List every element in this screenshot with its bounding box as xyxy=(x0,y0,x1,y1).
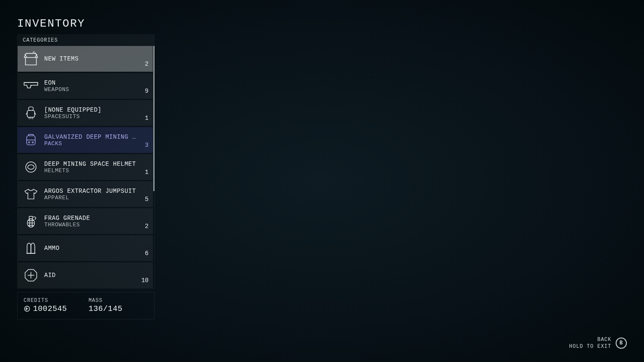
svg-rect-2 xyxy=(27,110,35,117)
category-count: 9 xyxy=(143,88,149,94)
category-sublabel: PACKS xyxy=(44,140,138,147)
back-label: BACK xyxy=(597,336,611,343)
category-weapons[interactable]: EON WEAPONS 9 xyxy=(18,73,153,99)
category-count: 2 xyxy=(143,223,149,230)
category-count: 1 xyxy=(143,115,149,122)
svg-point-11 xyxy=(32,142,33,143)
svg-point-12 xyxy=(26,162,36,172)
category-count: 3 xyxy=(143,142,149,149)
page-title: INVENTORY xyxy=(17,17,627,30)
category-count: 1 xyxy=(143,169,149,176)
category-sublabel: HELMETS xyxy=(44,167,138,174)
credits-label: CREDITS xyxy=(24,298,67,304)
credits-value: 1002545 xyxy=(33,304,67,313)
category-label: NEW ITEMS xyxy=(44,55,138,62)
category-sublabel: THROWABLES xyxy=(44,222,138,228)
category-label: ARGOS EXTRACTOR JUMPSUIT xyxy=(44,188,138,195)
backpack-icon xyxy=(22,131,40,149)
svg-point-10 xyxy=(28,142,30,143)
category-sublabel: WEAPONS xyxy=(44,86,138,93)
medical-cross-icon xyxy=(22,266,40,284)
category-sublabel: APPAREL xyxy=(44,195,138,201)
b-button[interactable]: B xyxy=(616,338,627,349)
mass-label: MASS xyxy=(88,298,122,304)
pistol-icon xyxy=(22,77,40,95)
helmet-icon xyxy=(22,158,40,176)
categories-panel: CATEGORIES xyxy=(17,34,155,289)
category-ammo[interactable]: AMMO 6 xyxy=(18,235,153,261)
category-label: GALVANIZED DEEP MINING … xyxy=(44,134,138,140)
ammo-icon xyxy=(22,239,40,257)
category-label: DEEP MINING SPACE HELMET xyxy=(44,161,138,167)
svg-rect-8 xyxy=(27,136,35,145)
shirt-icon xyxy=(22,185,40,203)
mass-stat: MASS 136/145 xyxy=(88,298,122,313)
stats-panel: CREDITS 1002545 MASS 136/145 xyxy=(17,292,155,319)
category-spacesuits[interactable]: [NONE EQUIPPED] SPACESUITS 1 xyxy=(18,100,153,126)
category-label: AMMO xyxy=(44,245,138,252)
grenade-icon xyxy=(22,212,40,230)
hold-to-exit-label: HOLD TO EXIT xyxy=(569,343,611,350)
category-aid[interactable]: AID 10 xyxy=(18,262,153,288)
category-count: 5 xyxy=(143,196,149,203)
svg-rect-1 xyxy=(28,107,33,111)
category-count: 2 xyxy=(143,61,149,67)
category-label: FRAG GRENADE xyxy=(44,215,138,222)
mass-value: 136/145 xyxy=(88,304,122,313)
category-count: 6 xyxy=(143,250,149,257)
svg-point-13 xyxy=(28,165,34,170)
categories-list: NEW ITEMS 2 EON WEAPONS xyxy=(18,46,154,288)
category-packs[interactable]: GALVANIZED DEEP MINING … PACKS 3 xyxy=(18,127,153,153)
footer-prompt: BACK HOLD TO EXIT B xyxy=(569,336,627,350)
category-apparel[interactable]: ARGOS EXTRACTOR JUMPSUIT APPAREL 5 xyxy=(18,181,153,207)
credits-stat: CREDITS 1002545 xyxy=(24,298,67,313)
list-scrollbar[interactable] xyxy=(153,46,155,191)
category-throwables[interactable]: FRAG GRENADE THROWABLES 2 xyxy=(18,208,153,234)
category-helmets[interactable]: DEEP MINING SPACE HELMET HELMETS 1 xyxy=(18,154,153,180)
credits-icon xyxy=(24,305,30,312)
spacesuit-icon xyxy=(22,104,40,122)
category-label: AID xyxy=(44,272,134,279)
category-label: [NONE EQUIPPED] xyxy=(44,106,138,113)
svg-rect-20 xyxy=(29,216,33,219)
category-label: EON xyxy=(44,79,138,86)
b-button-glyph: B xyxy=(620,340,623,346)
category-count: 10 xyxy=(139,277,149,284)
categories-header: CATEGORIES xyxy=(18,35,154,46)
open-box-icon xyxy=(22,50,40,68)
category-sublabel: SPACESUITS xyxy=(44,113,138,120)
category-new-items[interactable]: NEW ITEMS 2 xyxy=(18,46,153,72)
